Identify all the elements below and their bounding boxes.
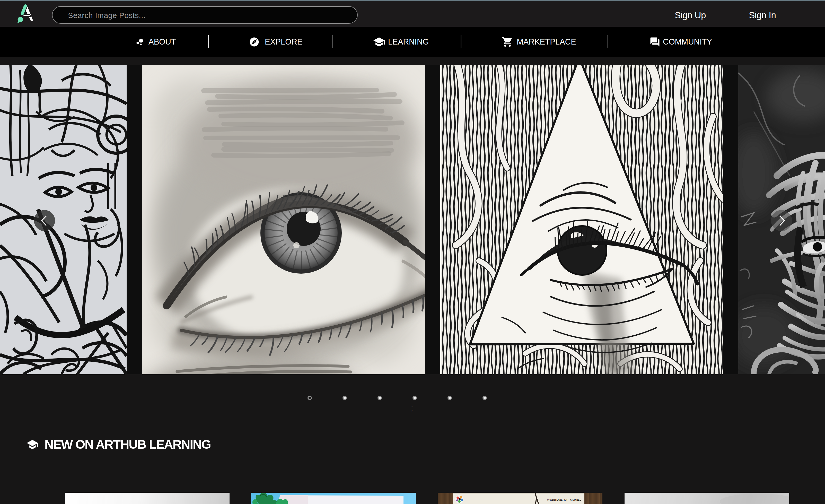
svg-text:©PAINTLANE ART CHANNEL: ©PAINTLANE ART CHANNEL [547, 499, 581, 501]
